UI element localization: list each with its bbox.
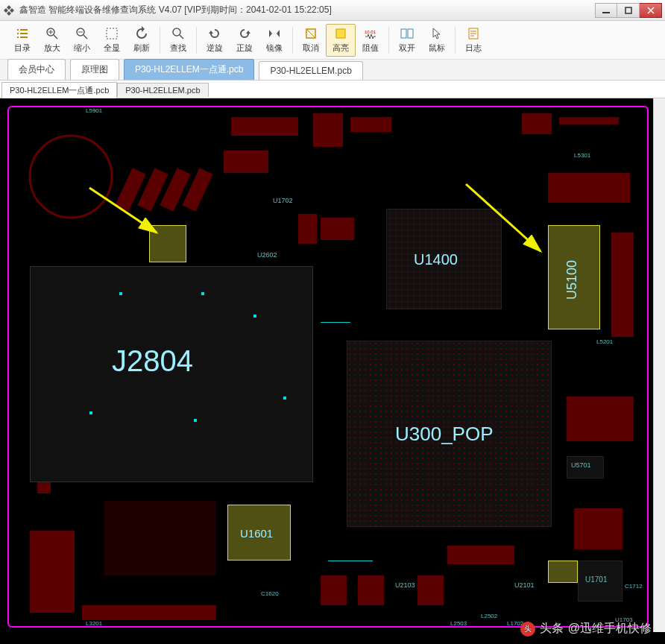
search-icon [171, 26, 186, 41]
watermark-icon: 头 [520, 622, 535, 637]
svg-text:10.01: 10.01 [365, 30, 376, 34]
svg-point-12 [30, 136, 112, 218]
svg-rect-7 [336, 29, 345, 38]
minimize-button[interactable] [595, 3, 617, 18]
zoom-out-button[interactable]: 缩小 [67, 24, 97, 57]
svg-rect-10 [408, 29, 413, 38]
svg-point-5 [173, 28, 180, 36]
fit-icon [104, 26, 119, 41]
component-pad [447, 546, 514, 564]
component-pad [358, 575, 384, 605]
toolbar-separator [196, 27, 197, 54]
component-pad [321, 575, 347, 605]
view-tabbar: P30-HL2ELLEM一点通.pcb P30-HL2ELLEM.pcb [0, 80, 665, 98]
trace [321, 322, 350, 323]
toolbar-separator [160, 27, 160, 54]
mouse-button[interactable]: 鼠标 [422, 24, 452, 57]
component-pad [224, 151, 268, 173]
log-button[interactable]: 日志 [458, 24, 488, 57]
circle-cutout [22, 128, 119, 225]
component-pad [567, 397, 634, 441]
component-pad [522, 113, 552, 134]
subtab-pcb-yidiantong[interactable]: P30-HL2ELLEM一点通.pcb [1, 82, 117, 98]
cursor-icon [429, 26, 444, 41]
app-icon [3, 4, 15, 16]
zoom-in-icon [45, 26, 60, 41]
tab-member-center[interactable]: 会员中心 [7, 59, 66, 80]
resistance-button[interactable]: 10.01阻值 [356, 24, 385, 57]
component-pad [82, 605, 216, 620]
fit-all-button[interactable]: 全显 [97, 24, 127, 57]
tab-pcb-main[interactable]: P30-HL2ELLEM.pcb [259, 61, 362, 80]
pcb-canvas[interactable]: J2804 U1400 U300_POP U5100 U1601 U1701 U… [0, 98, 665, 644]
dual-open-button[interactable]: 双开 [392, 24, 422, 57]
resistance-icon: 10.01 [363, 26, 378, 41]
rotate-cw-button[interactable]: 正旋 [230, 24, 259, 57]
component-pad [559, 117, 619, 124]
component-pad [350, 117, 391, 132]
component-pad [574, 508, 623, 549]
component-pad [104, 501, 216, 575]
component-pad [321, 218, 354, 240]
dual-icon [400, 26, 415, 41]
find-button[interactable]: 查找 [163, 24, 193, 57]
highlight-button[interactable]: 高亮 [326, 24, 356, 57]
highlight-chip-1[interactable] [149, 225, 186, 262]
document-tabbar: 会员中心 原理图 P30-HL2ELLEM一点通.pcb P30-HL2ELLE… [0, 60, 665, 80]
main-toolbar: 目录 放大 缩小 全显 刷新 查找 逆旋 正旋 镜像 取消 高亮 10.01阻值… [0, 21, 665, 60]
component-u1400[interactable] [386, 209, 502, 309]
zoom-in-button[interactable]: 放大 [37, 24, 67, 57]
component-u300[interactable] [347, 341, 552, 527]
highlight-chip-small[interactable] [548, 561, 578, 583]
trace [328, 561, 373, 561]
list-icon [15, 26, 30, 41]
svg-rect-1 [625, 7, 631, 13]
toolbar-separator [388, 27, 389, 54]
vertical-scrollbar[interactable] [653, 98, 665, 632]
rotate-cw-icon [237, 26, 252, 41]
watermark: 头 头条 @迅维手机快修 [520, 621, 652, 637]
component-pad [231, 117, 298, 136]
component-j2804[interactable] [30, 266, 313, 482]
toolbar-separator [292, 27, 293, 54]
rotate-ccw-icon [207, 26, 222, 41]
component-pad [548, 173, 630, 203]
component-u5100[interactable] [548, 225, 600, 329]
maximize-button[interactable] [617, 3, 640, 18]
watermark-prefix: 头条 [540, 621, 564, 637]
refresh-icon [134, 26, 149, 41]
catalog-button[interactable]: 目录 [7, 24, 37, 57]
svg-rect-14 [387, 209, 502, 310]
component-u1701[interactable] [578, 561, 623, 602]
mirror-icon [267, 26, 282, 41]
refresh-button[interactable]: 刷新 [127, 24, 157, 57]
component-pad [30, 531, 75, 613]
rotate-ccw-button[interactable]: 逆旋 [200, 24, 230, 57]
mirror-button[interactable]: 镜像 [259, 24, 289, 57]
component-pad [611, 233, 634, 337]
component-pad [298, 214, 317, 244]
component-pad [313, 113, 343, 147]
svg-rect-9 [401, 29, 406, 38]
cancel-button[interactable]: 取消 [296, 24, 326, 57]
log-icon [466, 26, 481, 41]
tab-pcb-yidiantong[interactable]: P30-HL2ELLEM一点通.pcb [124, 59, 254, 80]
svg-rect-0 [602, 12, 610, 13]
svg-rect-16 [347, 341, 552, 528]
highlight-icon [333, 26, 348, 41]
subtab-pcb-main[interactable]: P30-HL2ELLEM.pcb [117, 83, 208, 97]
window-titlebar: 鑫智造 智能终端设备维修查询系统 V4.07 [VIP到期时间：2041-02-… [0, 0, 665, 21]
close-button[interactable] [640, 3, 662, 18]
component-u5701[interactable] [567, 456, 604, 479]
component-u1601[interactable] [227, 505, 291, 561]
cancel-icon [303, 26, 318, 41]
svg-rect-4 [107, 28, 117, 39]
component-pad [417, 575, 444, 605]
toolbar-separator [455, 27, 456, 54]
window-title: 鑫智造 智能终端设备维修查询系统 V4.07 [VIP到期时间：2041-02-… [19, 4, 595, 16]
watermark-text: @迅维手机快修 [568, 621, 652, 637]
zoom-out-icon [75, 26, 89, 41]
tab-schematic[interactable]: 原理图 [70, 59, 119, 80]
